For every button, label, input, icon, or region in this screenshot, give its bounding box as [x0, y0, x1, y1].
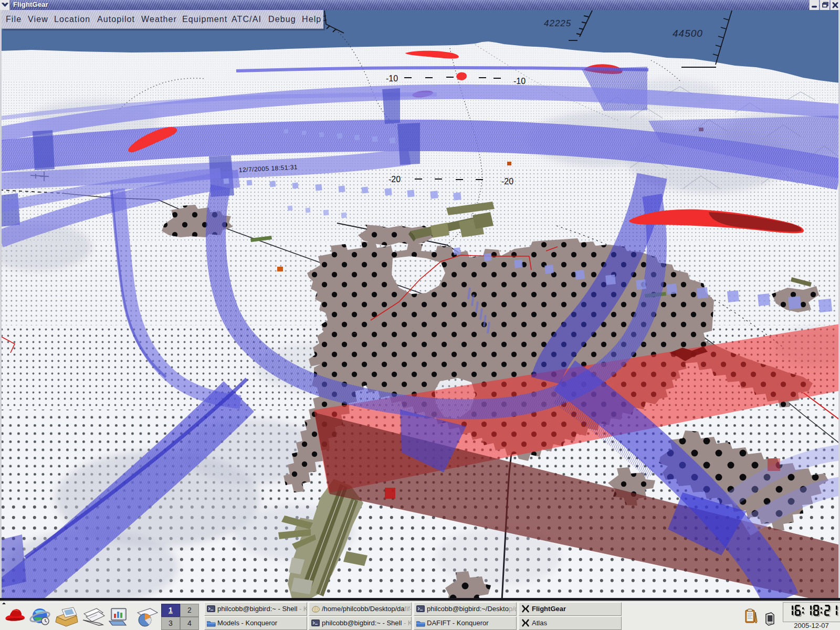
- svg-text:-20: -20: [501, 177, 513, 186]
- svg-text:42225: 42225: [544, 18, 571, 28]
- svg-text:-10: -10: [513, 77, 526, 86]
- svg-text:-10: -10: [386, 74, 398, 83]
- svg-text:44500: 44500: [673, 28, 703, 39]
- svg-text:-20: -20: [388, 175, 401, 184]
